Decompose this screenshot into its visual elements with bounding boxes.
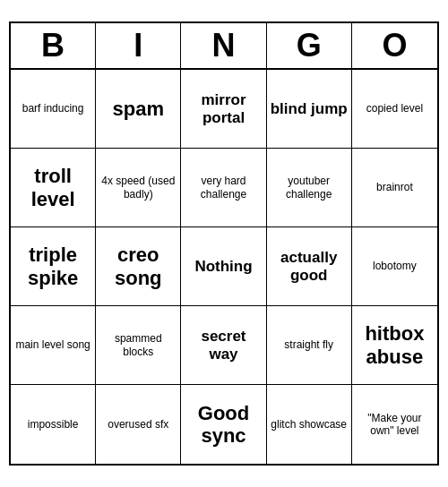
bingo-cell-4: copied level xyxy=(352,70,437,149)
header-letter-o: O xyxy=(352,23,437,68)
bingo-cell-9: brainrot xyxy=(352,149,437,227)
bingo-cell-21: overused sfx xyxy=(96,385,181,464)
bingo-header: BINGO xyxy=(11,23,437,70)
bingo-cell-19: hitbox abuse xyxy=(352,306,437,385)
bingo-cell-22: Good sync xyxy=(181,385,266,464)
bingo-cell-23: glitch showcase xyxy=(267,385,352,464)
bingo-cell-11: creo song xyxy=(96,227,181,306)
bingo-grid: barf inducingspammirror portalblind jump… xyxy=(11,70,437,464)
bingo-cell-16: spammed blocks xyxy=(96,306,181,385)
header-letter-g: G xyxy=(267,23,352,68)
bingo-cell-6: 4x speed (used badly) xyxy=(96,149,181,227)
bingo-cell-12: Nothing xyxy=(181,227,266,306)
header-letter-b: B xyxy=(11,23,96,68)
bingo-cell-24: "Make your own" level xyxy=(352,385,437,464)
bingo-cell-20: impossible xyxy=(11,385,96,464)
bingo-cell-13: actually good xyxy=(267,227,352,306)
bingo-cell-15: main level song xyxy=(11,306,96,385)
bingo-cell-2: mirror portal xyxy=(181,70,266,149)
bingo-cell-1: spam xyxy=(96,70,181,149)
bingo-cell-5: troll level xyxy=(11,149,96,227)
bingo-cell-17: secret way xyxy=(181,306,266,385)
header-letter-i: I xyxy=(96,23,181,68)
bingo-cell-10: triple spike xyxy=(11,227,96,306)
bingo-cell-3: blind jump xyxy=(267,70,352,149)
bingo-cell-0: barf inducing xyxy=(11,70,96,149)
bingo-cell-14: lobotomy xyxy=(352,227,437,306)
bingo-card: BINGO barf inducingspammirror portalblin… xyxy=(9,21,439,466)
bingo-cell-18: straight fly xyxy=(267,306,352,385)
bingo-cell-8: youtuber challenge xyxy=(267,149,352,227)
header-letter-n: N xyxy=(181,23,266,68)
bingo-cell-7: very hard challenge xyxy=(181,149,266,227)
